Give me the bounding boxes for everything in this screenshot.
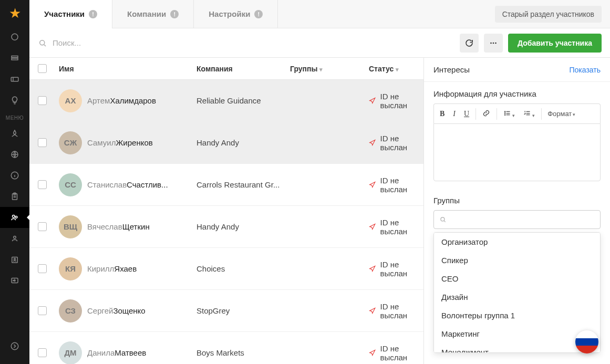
underline-button[interactable]: U [460,108,473,120]
svg-point-19 [505,111,505,111]
bold-button[interactable]: B [436,108,448,120]
add-participant-button[interactable]: Добавить участника [508,34,602,53]
rail-icon-archive[interactable] [0,48,29,69]
svg-point-9 [15,216,17,218]
rail-icon-users2[interactable] [0,228,29,249]
tab-participants[interactable]: Участники ! [29,0,112,28]
select-all-checkbox[interactable] [38,64,47,73]
svg-rect-3 [11,77,18,81]
row-checkbox[interactable] [38,306,47,315]
dropdown-item[interactable]: Организатор [434,233,600,251]
tab-badge-icon: ! [170,10,179,18]
search-icon [439,216,447,223]
col-header-groups[interactable]: Группы▾ [290,65,369,73]
send-icon [369,307,376,315]
avatar: КЯ [59,257,82,280]
send-icon [369,223,376,231]
dropdown-item[interactable]: CEO [434,269,600,288]
show-link[interactable]: Показать [569,66,601,74]
rail-icon-clipboard[interactable] [0,186,29,207]
row-checkbox[interactable] [38,264,47,273]
table-area: Имя Компания Группы▾ Статус▾ АХАртем Хал… [29,58,424,364]
ul-list-icon [503,109,511,117]
col-header-name[interactable]: Имя [54,65,197,73]
dropdown-item[interactable]: Дизайн [434,288,600,306]
more-icon [489,38,498,48]
first-name: Артем [87,96,110,105]
format-dropdown[interactable]: Формат▾ [544,108,578,120]
table-row[interactable]: АХАртем ХалимдаровReliable GuidanceID не… [29,80,423,122]
svg-rect-2 [12,58,18,60]
col-header-status[interactable]: Статус▾ [369,65,423,73]
row-checkbox[interactable] [38,222,47,231]
first-name: Вячеслав [87,222,122,231]
row-checkbox[interactable] [38,180,47,189]
send-icon [369,349,376,357]
app-star-icon[interactable]: ★ [9,5,21,22]
table-body[interactable]: АХАртем ХалимдаровReliable GuidanceID не… [29,80,423,364]
ol-list-button[interactable]: ▾ [520,107,539,121]
last-name: Зощенко [113,306,145,315]
table-row[interactable]: КЯКирилл ЯхаевChoicesID не выслан [29,248,423,290]
row-checkbox[interactable] [38,138,47,147]
tab-companies[interactable]: Компании ! [112,0,194,28]
italic-button[interactable]: I [449,108,459,120]
rail-icon-collapse[interactable] [0,336,29,357]
first-name: Кирилл [87,264,114,273]
groups-search-input[interactable] [451,215,595,224]
rail-menu-label: МЕНЮ [6,115,24,121]
svg-point-12 [14,258,16,260]
company-cell: StopGrey [197,306,290,315]
rail-icon-info[interactable] [0,165,29,186]
table-row[interactable]: ВЩВячеслав ЩеткинHandy AndyID не выслан [29,206,423,248]
first-name: Станислав [87,180,127,189]
rail-icon-globe[interactable] [0,144,29,165]
table-row[interactable]: СЖСамуил ЖиренковHandy AndyID не выслан [29,122,423,164]
search-wrap [38,38,454,48]
groups-search [433,210,601,229]
rail-icon-ticket[interactable] [0,69,29,90]
language-flag-button[interactable] [575,330,598,353]
status-text: ID не выслан [380,344,423,362]
table-header: Имя Компания Группы▾ Статус▾ [29,58,423,80]
more-button[interactable] [484,34,503,53]
refresh-button[interactable] [460,34,479,53]
dropdown-item[interactable]: Волонтеры группа 1 [434,306,600,325]
tab-badge-icon: ! [89,10,97,18]
send-icon [369,181,376,189]
rte-body[interactable] [433,123,601,181]
company-cell: Reliable Guidance [197,96,290,105]
tab-settings[interactable]: Настройки ! [194,0,278,28]
col-header-company[interactable]: Компания [197,65,290,73]
dropdown-item[interactable]: Спикер [434,251,600,269]
avatar: ВЩ [59,215,82,238]
avatar: СЖ [59,131,82,154]
rail-icon-users[interactable] [0,207,29,228]
rail-icon-idea[interactable] [0,90,29,111]
link-button[interactable] [479,107,494,121]
groups-section: Группы [424,189,610,229]
last-name: Жиренков [116,138,152,147]
avatar: ДМ [59,341,82,365]
rte-separator [497,108,497,120]
row-checkbox[interactable] [38,348,47,357]
svg-point-20 [505,112,505,113]
table-row[interactable]: ДМДанила МатвеевBoys MarketsID не выслан [29,332,423,364]
left-rail: ★ МЕНЮ [0,0,29,364]
ul-list-button[interactable]: ▾ [500,107,519,121]
old-section-button[interactable]: Старый раздел участников [495,6,602,23]
last-name: Счастлив... [127,180,168,189]
table-row[interactable]: СЗСергей ЗощенкоStopGreyID не выслан [29,290,423,332]
rail-icon-badge[interactable] [0,249,29,270]
tabs-row: Участники ! Компании ! Настройки ! Стары… [29,0,610,28]
row-checkbox[interactable] [38,96,47,105]
table-row[interactable]: СССтанислав Счастлив...Carrols Restauran… [29,164,423,206]
link-icon [482,109,490,117]
rte-separator [541,108,542,120]
interests-section: Интересы Показать [424,58,610,82]
rail-icon-vk[interactable] [0,270,29,291]
search-input[interactable] [53,38,454,47]
rail-icon-camp[interactable] [0,123,29,144]
rail-icon-chat[interactable] [0,27,29,48]
rte-toolbar: B I U ▾ ▾ Формат▾ [433,103,601,123]
